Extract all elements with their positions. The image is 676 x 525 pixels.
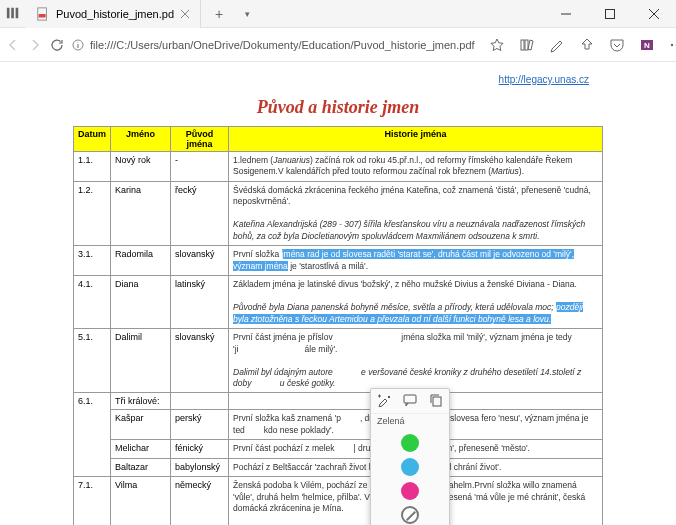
svg-rect-0	[7, 7, 10, 18]
favorite-button[interactable]	[483, 31, 511, 59]
close-tab-icon[interactable]	[180, 9, 190, 19]
svg-rect-15	[433, 397, 441, 406]
pdf-page: http://legacy.unas.cz Původ a historie j…	[73, 70, 603, 525]
svg-rect-4	[39, 14, 46, 18]
svg-rect-1	[11, 7, 14, 18]
table-row: 3.1.RadomilaslovanskýPrvní složka jména …	[74, 246, 603, 276]
table-row: 4.1.DianalatinskýZákladem jména je latin…	[74, 276, 603, 329]
color-blue[interactable]	[401, 458, 419, 476]
svg-rect-2	[16, 7, 19, 18]
table-row: BaltazarbabylonskýPochází z Beltšaccár '…	[74, 458, 603, 476]
minimize-button[interactable]	[544, 0, 588, 28]
svg-rect-14	[404, 395, 416, 403]
names-table: Datum Jméno Původ jména Historie jména 1…	[73, 126, 603, 525]
color-pink[interactable]	[401, 482, 419, 500]
col-jmeno: Jméno	[111, 127, 171, 152]
svg-rect-7	[521, 40, 524, 50]
table-row: 1.1.Nový rok-1.lednem (Januarius) začíná…	[74, 152, 603, 182]
doc-header-url: http://legacy.unas.cz	[73, 70, 603, 91]
table-row: MelicharfénickýPrvní část pochází z mele…	[74, 440, 603, 458]
svg-rect-5	[606, 9, 615, 18]
reading-list-button[interactable]	[513, 31, 541, 59]
copy-icon[interactable]	[429, 393, 443, 409]
col-historie: Historie jména	[229, 127, 603, 152]
browser-tab[interactable]: Puvod_historie_jmen.pd	[26, 0, 201, 28]
svg-rect-8	[525, 40, 528, 50]
svg-text:N: N	[644, 41, 650, 50]
comment-icon[interactable]	[403, 393, 417, 409]
pdf-viewer[interactable]: http://legacy.unas.cz Původ a historie j…	[0, 62, 676, 525]
color-label: Zelená	[371, 414, 449, 428]
url-text: file:///C:/Users/urban/OneDrive/Dokument…	[90, 39, 475, 51]
table-row: KašparperskýPrvní složka kaš znamená 'p_…	[74, 410, 603, 440]
tab-title: Puvod_historie_jmen.pd	[56, 8, 174, 20]
tabs-caret-icon[interactable]: ▾	[237, 9, 258, 19]
maximize-button[interactable]	[588, 0, 632, 28]
table-row: 1.2.KarinařeckýŠvédská domácká zkrácenin…	[74, 181, 603, 245]
close-window-button[interactable]	[632, 0, 676, 28]
more-button[interactable]	[663, 31, 676, 59]
table-row: 5.1.DalimilslovanskýPrvní část jména je …	[74, 329, 603, 393]
forward-button[interactable]	[28, 31, 42, 59]
highlight-popup: Zelená	[370, 388, 450, 525]
back-button[interactable]	[6, 31, 20, 59]
web-note-button[interactable]	[543, 31, 571, 59]
col-puvod: Původ jména	[171, 127, 229, 152]
refresh-button[interactable]	[50, 31, 64, 59]
pocket-button[interactable]	[603, 31, 631, 59]
col-datum: Datum	[74, 127, 111, 152]
share-button[interactable]	[573, 31, 601, 59]
titlebar: Puvod_historie_jmen.pd + ▾	[0, 0, 676, 28]
table-row: 6.1.Tři králové:	[74, 393, 603, 410]
pdf-icon	[36, 7, 50, 21]
highlight-add-icon[interactable]	[377, 393, 391, 409]
hub-icon[interactable]	[6, 6, 20, 22]
color-green[interactable]	[401, 434, 419, 452]
address-bar: file:///C:/Users/urban/OneDrive/Dokument…	[0, 28, 676, 62]
table-row: 7.1.VilmaněmeckýŽenská podoba k Vilém, p…	[74, 477, 603, 525]
new-tab-button[interactable]: +	[207, 6, 231, 22]
onenote-button[interactable]: N	[633, 31, 661, 59]
info-icon	[72, 39, 84, 51]
color-none[interactable]	[401, 506, 419, 524]
url-box[interactable]: file:///C:/Users/urban/OneDrive/Dokument…	[72, 39, 475, 51]
svg-point-11	[670, 43, 672, 45]
doc-title: Původ a historie jmen	[73, 97, 603, 118]
